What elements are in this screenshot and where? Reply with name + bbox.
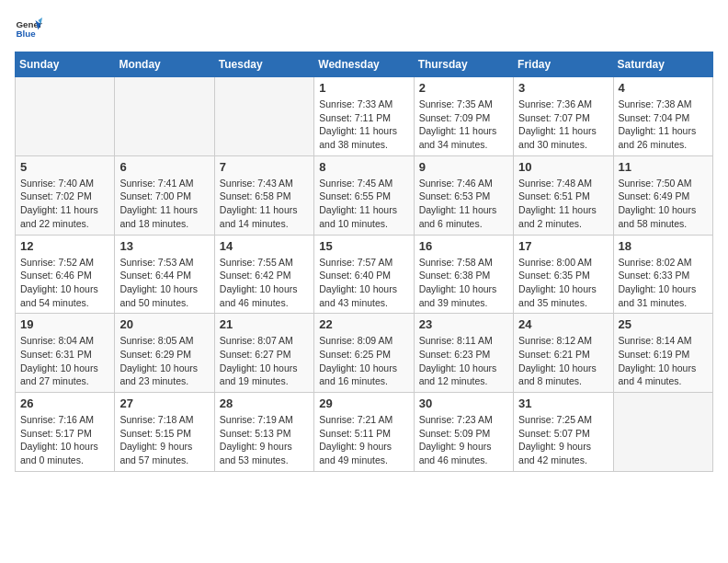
day-info: Sunrise: 8:05 AMSunset: 6:29 PMDaylight:… — [119, 334, 209, 388]
header-friday: Friday — [514, 52, 613, 77]
calendar-cell: 11Sunrise: 7:50 AMSunset: 6:49 PMDayligh… — [613, 155, 712, 235]
day-info: Sunrise: 7:46 AMSunset: 6:53 PMDaylight:… — [419, 177, 508, 231]
day-info: Sunrise: 7:33 AMSunset: 7:11 PMDaylight:… — [319, 98, 408, 152]
day-number: 3 — [518, 81, 608, 95]
calendar-header-row: SundayMondayTuesdayWednesdayThursdayFrid… — [16, 52, 713, 77]
calendar-cell: 18Sunrise: 8:02 AMSunset: 6:33 PMDayligh… — [613, 235, 712, 314]
calendar-cell: 13Sunrise: 7:53 AMSunset: 6:44 PMDayligh… — [115, 235, 214, 314]
day-number: 20 — [119, 317, 209, 331]
day-info: Sunrise: 7:38 AMSunset: 7:04 PMDaylight:… — [619, 98, 708, 152]
day-number: 15 — [319, 239, 408, 253]
calendar-week-row: 19Sunrise: 8:04 AMSunset: 6:31 PMDayligh… — [16, 314, 713, 393]
calendar-week-row: 1Sunrise: 7:33 AMSunset: 7:11 PMDaylight… — [16, 77, 713, 156]
calendar-cell: 8Sunrise: 7:45 AMSunset: 6:55 PMDaylight… — [314, 155, 414, 235]
calendar-cell: 16Sunrise: 7:58 AMSunset: 6:38 PMDayligh… — [414, 235, 513, 314]
calendar-cell — [214, 77, 313, 156]
calendar-cell: 1Sunrise: 7:33 AMSunset: 7:11 PMDaylight… — [314, 77, 414, 156]
day-number: 28 — [220, 396, 309, 410]
day-info: Sunrise: 8:04 AMSunset: 6:31 PMDaylight:… — [20, 334, 109, 388]
calendar-week-row: 26Sunrise: 7:16 AMSunset: 5:17 PMDayligh… — [16, 393, 713, 472]
header-wednesday: Wednesday — [314, 52, 414, 77]
page-header: General Blue — [15, 15, 713, 42]
day-info: Sunrise: 8:00 AMSunset: 6:35 PMDaylight:… — [518, 256, 608, 310]
day-number: 17 — [518, 239, 608, 253]
day-info: Sunrise: 8:11 AMSunset: 6:23 PMDaylight:… — [419, 334, 508, 388]
calendar-cell — [613, 393, 712, 472]
day-info: Sunrise: 7:50 AMSunset: 6:49 PMDaylight:… — [619, 177, 708, 231]
calendar-cell: 30Sunrise: 7:23 AMSunset: 5:09 PMDayligh… — [414, 393, 513, 472]
day-number: 18 — [619, 239, 708, 253]
day-number: 6 — [119, 160, 209, 174]
day-number: 12 — [20, 239, 109, 253]
day-info: Sunrise: 7:57 AMSunset: 6:40 PMDaylight:… — [319, 256, 408, 310]
calendar-cell: 21Sunrise: 8:07 AMSunset: 6:27 PMDayligh… — [214, 314, 313, 393]
day-number: 4 — [619, 81, 708, 95]
calendar-cell: 25Sunrise: 8:14 AMSunset: 6:19 PMDayligh… — [613, 314, 712, 393]
day-info: Sunrise: 7:35 AMSunset: 7:09 PMDaylight:… — [419, 98, 508, 152]
day-number: 10 — [518, 160, 608, 174]
day-info: Sunrise: 7:53 AMSunset: 6:44 PMDaylight:… — [119, 256, 209, 310]
day-info: Sunrise: 7:52 AMSunset: 6:46 PMDaylight:… — [20, 256, 109, 310]
calendar-cell: 24Sunrise: 8:12 AMSunset: 6:21 PMDayligh… — [514, 314, 613, 393]
day-info: Sunrise: 7:48 AMSunset: 6:51 PMDaylight:… — [518, 177, 608, 231]
calendar-table: SundayMondayTuesdayWednesdayThursdayFrid… — [15, 52, 713, 472]
day-info: Sunrise: 7:16 AMSunset: 5:17 PMDaylight:… — [20, 413, 109, 467]
calendar-cell: 2Sunrise: 7:35 AMSunset: 7:09 PMDaylight… — [414, 77, 513, 156]
calendar-cell: 19Sunrise: 8:04 AMSunset: 6:31 PMDayligh… — [16, 314, 115, 393]
calendar-cell: 14Sunrise: 7:55 AMSunset: 6:42 PMDayligh… — [214, 235, 313, 314]
calendar-cell — [16, 77, 115, 156]
calendar-cell: 31Sunrise: 7:25 AMSunset: 5:07 PMDayligh… — [514, 393, 613, 472]
day-number: 9 — [419, 160, 508, 174]
day-number: 22 — [319, 317, 408, 331]
calendar-cell: 9Sunrise: 7:46 AMSunset: 6:53 PMDaylight… — [414, 155, 513, 235]
day-number: 11 — [619, 160, 708, 174]
logo: General Blue — [15, 15, 46, 42]
day-number: 5 — [20, 160, 109, 174]
day-number: 31 — [518, 396, 608, 410]
day-number: 7 — [220, 160, 309, 174]
header-tuesday: Tuesday — [214, 52, 313, 77]
day-info: Sunrise: 7:43 AMSunset: 6:58 PMDaylight:… — [220, 177, 309, 231]
logo-icon: General Blue — [15, 15, 42, 42]
day-info: Sunrise: 7:25 AMSunset: 5:07 PMDaylight:… — [518, 413, 608, 467]
calendar-cell: 12Sunrise: 7:52 AMSunset: 6:46 PMDayligh… — [16, 235, 115, 314]
calendar-cell: 3Sunrise: 7:36 AMSunset: 7:07 PMDaylight… — [514, 77, 613, 156]
calendar-cell: 29Sunrise: 7:21 AMSunset: 5:11 PMDayligh… — [314, 393, 414, 472]
calendar-week-row: 12Sunrise: 7:52 AMSunset: 6:46 PMDayligh… — [16, 235, 713, 314]
day-info: Sunrise: 8:12 AMSunset: 6:21 PMDaylight:… — [518, 334, 608, 388]
header-sunday: Sunday — [16, 52, 115, 77]
day-info: Sunrise: 7:21 AMSunset: 5:11 PMDaylight:… — [319, 413, 408, 467]
day-info: Sunrise: 7:58 AMSunset: 6:38 PMDaylight:… — [419, 256, 508, 310]
calendar-cell: 20Sunrise: 8:05 AMSunset: 6:29 PMDayligh… — [115, 314, 214, 393]
day-info: Sunrise: 7:45 AMSunset: 6:55 PMDaylight:… — [319, 177, 408, 231]
calendar-cell: 6Sunrise: 7:41 AMSunset: 7:00 PMDaylight… — [115, 155, 214, 235]
day-info: Sunrise: 7:18 AMSunset: 5:15 PMDaylight:… — [119, 413, 209, 467]
day-number: 1 — [319, 81, 408, 95]
day-info: Sunrise: 7:40 AMSunset: 7:02 PMDaylight:… — [20, 177, 109, 231]
day-number: 16 — [419, 239, 508, 253]
calendar-cell — [115, 77, 214, 156]
calendar-cell: 15Sunrise: 7:57 AMSunset: 6:40 PMDayligh… — [314, 235, 414, 314]
day-number: 14 — [220, 239, 309, 253]
calendar-cell: 10Sunrise: 7:48 AMSunset: 6:51 PMDayligh… — [514, 155, 613, 235]
day-number: 19 — [20, 317, 109, 331]
day-info: Sunrise: 7:19 AMSunset: 5:13 PMDaylight:… — [220, 413, 309, 467]
day-number: 23 — [419, 317, 508, 331]
calendar-week-row: 5Sunrise: 7:40 AMSunset: 7:02 PMDaylight… — [16, 155, 713, 235]
svg-text:Blue: Blue — [17, 29, 37, 39]
header-thursday: Thursday — [414, 52, 513, 77]
day-number: 2 — [419, 81, 508, 95]
calendar-cell: 5Sunrise: 7:40 AMSunset: 7:02 PMDaylight… — [16, 155, 115, 235]
day-info: Sunrise: 8:02 AMSunset: 6:33 PMDaylight:… — [619, 256, 708, 310]
day-number: 29 — [319, 396, 408, 410]
calendar-cell: 27Sunrise: 7:18 AMSunset: 5:15 PMDayligh… — [115, 393, 214, 472]
day-number: 30 — [419, 396, 508, 410]
day-number: 25 — [619, 317, 708, 331]
calendar-cell: 4Sunrise: 7:38 AMSunset: 7:04 PMDaylight… — [613, 77, 712, 156]
calendar-cell: 28Sunrise: 7:19 AMSunset: 5:13 PMDayligh… — [214, 393, 313, 472]
day-info: Sunrise: 7:23 AMSunset: 5:09 PMDaylight:… — [419, 413, 508, 467]
header-saturday: Saturday — [613, 52, 712, 77]
day-number: 8 — [319, 160, 408, 174]
calendar-cell: 22Sunrise: 8:09 AMSunset: 6:25 PMDayligh… — [314, 314, 414, 393]
header-monday: Monday — [115, 52, 214, 77]
